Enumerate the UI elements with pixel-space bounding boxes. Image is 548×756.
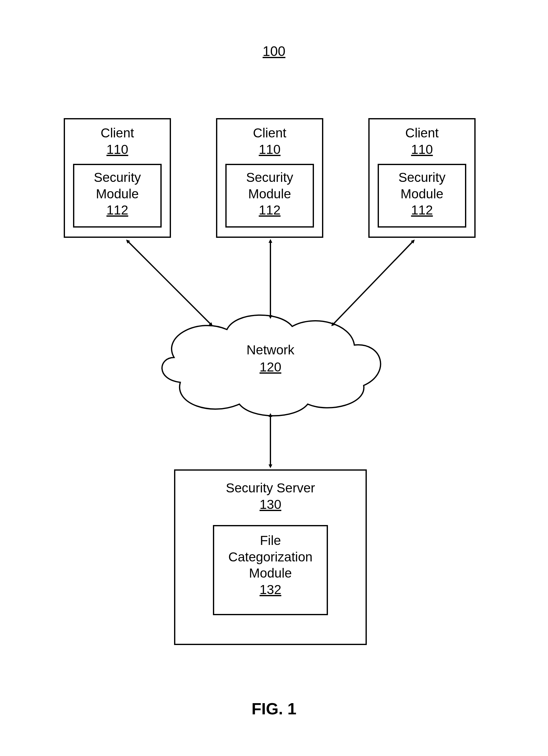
security-module-box: Security Module 112 [225, 164, 314, 228]
security-module-box: Security Module 112 [378, 164, 466, 228]
connector-client-right-network [333, 241, 413, 325]
module-title-line2: Module [227, 186, 313, 202]
client-box-3: Client 110 Security Module 112 [368, 118, 476, 238]
module-title-line2: Module [379, 186, 465, 202]
server-module-line3: Module [214, 565, 327, 582]
network-title: Network [218, 342, 323, 358]
server-ref: 130 [260, 497, 281, 512]
figure-caption: FIG. 1 [0, 699, 548, 718]
client-title: Client [370, 125, 474, 141]
module-title-line2: Module [74, 186, 160, 202]
module-title-line1: Security [379, 169, 465, 186]
module-title-line1: Security [74, 169, 160, 186]
module-ref: 112 [106, 203, 128, 217]
module-title-line1: Security [227, 169, 313, 186]
network-ref: 120 [260, 360, 281, 374]
server-module-line2: Categorization [214, 549, 327, 565]
client-box-2: Client 110 Security Module 112 [216, 118, 323, 238]
client-title: Client [65, 125, 170, 141]
connector-client-left-network [127, 241, 211, 325]
module-ref: 112 [259, 203, 280, 217]
client-ref: 110 [411, 142, 433, 157]
client-box-1: Client 110 Security Module 112 [64, 118, 171, 238]
client-title: Client [217, 125, 322, 141]
server-module-line1: File [214, 532, 327, 549]
server-title: Security Server [175, 480, 366, 496]
client-ref: 110 [259, 142, 280, 157]
security-server-box: Security Server 130 File Categorization … [174, 469, 367, 645]
file-categorization-module-box: File Categorization Module 132 [213, 525, 328, 615]
client-ref: 110 [106, 142, 128, 157]
security-module-box: Security Module 112 [73, 164, 162, 228]
server-module-ref: 132 [260, 582, 281, 597]
module-ref: 112 [411, 203, 433, 217]
